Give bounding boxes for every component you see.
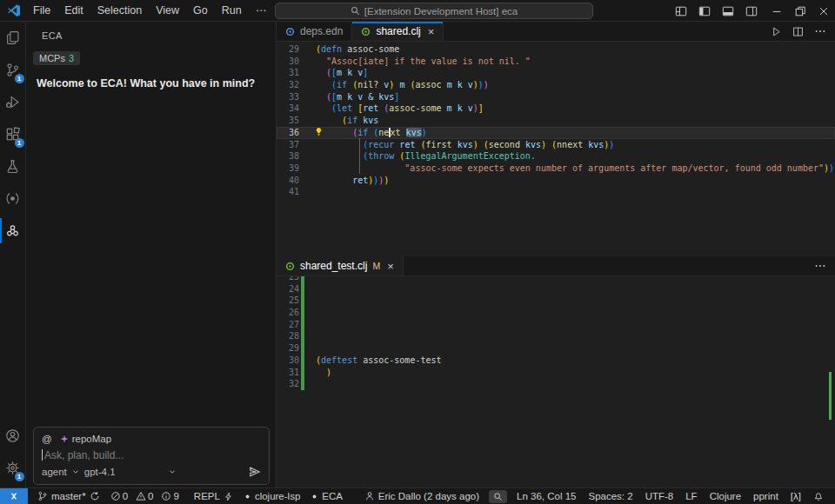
status-eca-status[interactable]: ECA (306, 488, 347, 504)
code-line-29[interactable]: 29 (277, 342, 835, 355)
menu-edit[interactable]: Edit (57, 0, 90, 22)
code-line-38[interactable]: 38 (throw (IllegalArgumentException. (277, 150, 835, 162)
line-number[interactable]: 25 (277, 295, 299, 307)
line-number[interactable]: 35 (277, 115, 299, 127)
chat-input[interactable]: Ask, plan, build... (42, 446, 261, 464)
line-number[interactable]: 36 (277, 127, 299, 139)
tab-shared_test-clj[interactable]: shared_test.cljM× (277, 256, 404, 275)
add-context-icon[interactable]: @ (42, 434, 52, 444)
line-number[interactable]: 26 (277, 307, 299, 319)
customize-layout-icon[interactable] (675, 5, 687, 17)
line-number[interactable]: 30 (277, 56, 299, 68)
tab-shared-clj[interactable]: shared.clj× (352, 22, 444, 41)
activity-bar-item-explorer[interactable] (0, 22, 26, 54)
line-number[interactable]: 29 (277, 342, 299, 355)
code-line-30[interactable]: 30 "Assoc[iate] if the value is not nil.… (277, 56, 835, 68)
line-number[interactable]: 33 (277, 91, 299, 103)
agent-dropdown[interactable]: agent (42, 467, 67, 477)
code-line-32[interactable]: 32 (if (nil? v) m (assoc m k v))) (277, 79, 835, 91)
more-actions-button-icon[interactable] (814, 260, 826, 272)
mcps-badge[interactable]: MCPs 3 (33, 51, 80, 65)
line-number[interactable]: 31 (277, 367, 299, 379)
menu-go[interactable]: Go (186, 0, 215, 22)
line-number[interactable]: 38 (277, 150, 299, 162)
code-line-24[interactable]: 24 (277, 283, 835, 295)
status-remote[interactable] (0, 488, 28, 504)
editor-shared-clj[interactable]: 29(defn assoc-some30 "Assoc[iate] if the… (277, 42, 835, 256)
toggle-sidebar-left-icon[interactable] (698, 5, 711, 17)
status-encoding[interactable]: UTF-8 (641, 488, 678, 504)
activity-bar-item-calva[interactable] (0, 182, 26, 215)
activity-bar-item-eca[interactable] (0, 215, 26, 247)
line-number[interactable]: 31 (277, 67, 299, 79)
send-icon[interactable] (249, 466, 261, 478)
code-line-23[interactable]: 23 (277, 276, 835, 283)
status-search-toggle[interactable] (489, 490, 507, 503)
toggle-sidebar-right-icon[interactable] (745, 5, 758, 17)
code-line-26[interactable]: 26 (277, 307, 835, 319)
status-repl[interactable]: REPL (190, 488, 237, 504)
line-number[interactable]: 30 (277, 355, 299, 367)
run-button-icon[interactable] (771, 26, 782, 37)
line-number[interactable]: 29 (277, 43, 299, 56)
status-clojure-lsp[interactable]: clojure-lsp (239, 488, 304, 504)
more-actions-button-icon[interactable] (814, 25, 826, 37)
code-line-41[interactable]: 41 (277, 186, 835, 198)
activity-bar-item-testing[interactable] (0, 150, 26, 182)
status-lambda[interactable]: [λ] (786, 488, 805, 504)
line-number[interactable]: 27 (277, 319, 299, 331)
activity-bar-item-extensions[interactable]: 1 (0, 118, 26, 150)
close-icon[interactable]: × (387, 260, 394, 273)
status-git-blame[interactable]: Eric Dallo (2 days ago) (360, 488, 484, 504)
line-number[interactable]: 41 (277, 186, 299, 198)
code-line-36[interactable]: 36 (if (next kvs) (277, 127, 835, 139)
close-icon[interactable]: × (428, 25, 435, 38)
line-number[interactable]: 40 (277, 175, 299, 187)
line-number[interactable]: 32 (277, 378, 299, 390)
tab-deps-edn[interactable]: deps.edn (277, 22, 352, 41)
code-line-28[interactable]: 28 (277, 330, 835, 342)
code-line-31[interactable]: 31 ([m k v] (277, 67, 835, 79)
menu-file[interactable]: File (26, 0, 57, 22)
line-number[interactable]: 23 (277, 276, 299, 283)
minimize-button-icon[interactable] (771, 5, 783, 17)
status-indentation[interactable]: Spaces: 2 (584, 488, 637, 504)
menu-selection[interactable]: Selection (90, 0, 149, 22)
status-eol[interactable]: LF (681, 488, 701, 504)
line-number[interactable]: 39 (277, 162, 299, 175)
chevron-down-icon[interactable] (71, 468, 80, 476)
activity-bar-item-settings[interactable]: 1 (0, 452, 26, 484)
command-center[interactable]: [Extension Development Host] eca (275, 3, 593, 19)
status-cursor-position[interactable]: Ln 36, Col 15 (512, 488, 580, 504)
code-line-39[interactable]: 39 "assoc-some expects even number of ar… (277, 162, 835, 175)
activity-bar-item-run-debug[interactable] (0, 86, 26, 118)
line-number[interactable]: 34 (277, 103, 299, 115)
code-line-31[interactable]: 31 ) (277, 367, 835, 379)
code-line-40[interactable]: 40 ret)))) (277, 175, 835, 187)
status-git-branch[interactable]: master* (33, 488, 104, 504)
line-number[interactable]: 37 (277, 139, 299, 151)
chevron-down-icon[interactable] (168, 468, 177, 476)
code-line-30[interactable]: 30(deftest assoc-some-test (277, 355, 835, 367)
line-number[interactable]: 32 (277, 79, 299, 91)
code-line-29[interactable]: 29(defn assoc-some (277, 43, 835, 56)
status-pprint[interactable]: pprint (749, 488, 783, 504)
code-line-27[interactable]: 27 (277, 319, 835, 331)
menu-more[interactable]: ⋯ (249, 0, 274, 22)
context-chip-repomap[interactable]: repoMap (60, 434, 111, 444)
restore-button-icon[interactable] (794, 5, 806, 17)
close-button-icon[interactable] (818, 5, 830, 17)
code-line-32[interactable]: 32 (277, 378, 835, 390)
activity-bar-item-account[interactable] (0, 420, 26, 452)
code-line-35[interactable]: 35 (if kvs (277, 115, 835, 127)
code-line-33[interactable]: 33 ([m k v & kvs] (277, 91, 835, 103)
line-number[interactable]: 24 (277, 283, 299, 295)
toggle-panel-icon[interactable] (722, 5, 734, 17)
code-line-25[interactable]: 25 (277, 295, 835, 307)
menu-view[interactable]: View (149, 0, 186, 22)
activity-bar-item-source-control[interactable]: 1 (0, 54, 26, 86)
status-language-mode[interactable]: Clojure (705, 488, 745, 504)
code-line-37[interactable]: 37 (recur ret (first kvs) (second kvs) (… (277, 139, 835, 151)
editor-shared-test-clj[interactable]: 2324252627282930(deftest assoc-some-test… (277, 276, 835, 487)
status-problems[interactable]: 009 (106, 488, 188, 504)
